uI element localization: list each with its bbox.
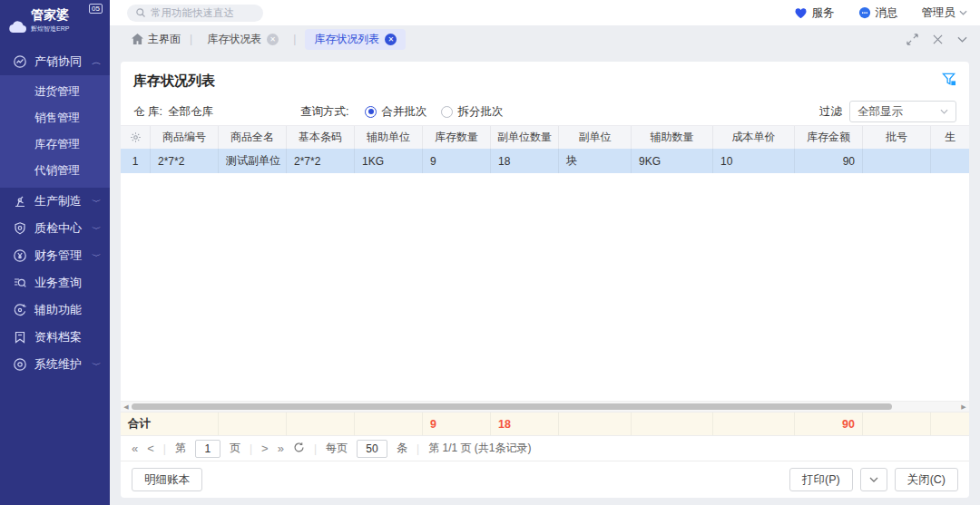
warehouse-label: 仓 库:	[133, 104, 162, 120]
chevron-down-icon	[869, 477, 878, 482]
tab-close-icon[interactable]: ✕	[385, 34, 397, 45]
column-header[interactable]: 辅助单位	[355, 126, 423, 149]
radio-selected-icon	[365, 106, 377, 118]
close-icon[interactable]	[933, 34, 943, 44]
sidebar-item-inventory[interactable]: 库存管理	[0, 131, 110, 158]
column-settings-gear-icon[interactable]	[121, 126, 151, 149]
total-cell	[219, 413, 287, 435]
total-cell	[931, 413, 969, 435]
scroll-left-arrow-icon[interactable]: ◀	[121, 402, 132, 413]
detail-ledger-button[interactable]: 明细账本	[132, 468, 202, 491]
sidebar-item-purchase[interactable]: 进货管理	[0, 79, 110, 105]
sidebar-item-system[interactable]: 系统维护 ﹀	[0, 351, 110, 378]
sidebar-item-label: 系统维护	[34, 356, 85, 373]
archive-icon	[13, 330, 27, 345]
per-page-suffix: 条	[397, 441, 407, 456]
column-header[interactable]: 成本单价	[713, 126, 795, 149]
search-input[interactable]	[151, 7, 250, 18]
sidebar-item-collab[interactable]: 产销协同 ︿	[0, 48, 110, 75]
per-page-input[interactable]	[357, 440, 387, 458]
sidebar-item-label: 业务查询	[34, 275, 101, 291]
messages-link[interactable]: 消息	[858, 5, 898, 21]
page-number-input[interactable]	[195, 440, 220, 458]
page-prefix: 第	[175, 441, 186, 456]
refresh-icon[interactable]	[293, 442, 305, 456]
tab-stock-list[interactable]: 库存状况列表 ✕	[305, 29, 406, 50]
service-link[interactable]: 服务	[794, 5, 835, 21]
tab-stock-report[interactable]: 库存状况表 ✕	[201, 29, 284, 50]
last-page-button[interactable]: »	[278, 442, 284, 455]
table-row[interactable]: 1 2*7*2 测试副单位 2*7*2 1KG 9 18 块 9KG 10 90	[121, 149, 969, 173]
total-cell	[287, 413, 355, 435]
table-header: 商品编号 商品全名 基本条码 辅助单位 库存数量 副单位数量 副单位 辅助数量 …	[121, 125, 969, 149]
column-header[interactable]: 基本条码	[287, 126, 355, 149]
tab-divider: |	[190, 33, 192, 45]
filter-funnel-icon[interactable]	[942, 73, 956, 89]
system-icon	[13, 357, 27, 372]
assist-icon	[13, 303, 27, 317]
column-header[interactable]: 库存数量	[423, 126, 491, 149]
column-header[interactable]: 辅助数量	[632, 126, 713, 149]
cell-stock-qty: 9	[423, 149, 491, 173]
radio-split-label: 拆分批次	[457, 104, 503, 120]
user-menu[interactable]: 管理员	[922, 5, 968, 21]
print-button[interactable]: 打印(P)	[789, 468, 853, 491]
next-page-button[interactable]: >	[261, 442, 269, 455]
total-subunit-qty: 18	[491, 413, 559, 435]
cell-batch-no	[863, 149, 931, 173]
tab-close-icon[interactable]: ✕	[267, 34, 279, 45]
sidebar-item-manufacture[interactable]: 生产制造 ﹀	[0, 188, 110, 215]
brand-logo: 管家婆 辉煌智造ERP 05	[0, 0, 110, 39]
close-button[interactable]: 关闭(C)	[895, 468, 958, 491]
chevron-up-icon: ︿	[92, 56, 102, 67]
radio-split-batch[interactable]: 拆分批次	[441, 104, 503, 120]
chevron-down-icon[interactable]	[957, 36, 967, 43]
cell-subunit: 块	[559, 149, 632, 173]
sidebar-item-finance[interactable]: 财务管理 ﹀	[0, 242, 110, 269]
filter-select[interactable]: 全部显示	[849, 101, 956, 122]
stock-list-panel: 库存状况列表 仓 库: 全部仓库 查询方式: 合并批次	[121, 62, 969, 498]
sidebar-item-archive[interactable]: 资料档案	[0, 324, 110, 351]
heart-icon	[794, 7, 808, 19]
column-header[interactable]: 商品全名	[219, 126, 287, 149]
sidebar-item-quality[interactable]: 质检中心 ﹀	[0, 215, 110, 242]
prev-page-button[interactable]: <	[147, 442, 154, 455]
column-header[interactable]: 副单位	[559, 126, 632, 149]
content-area: 库存状况列表 仓 库: 全部仓库 查询方式: 合并批次	[110, 53, 980, 505]
sidebar-item-label: 生产制造	[34, 193, 85, 209]
quick-search[interactable]	[127, 5, 263, 22]
per-page-label: 每页	[326, 441, 348, 456]
finance-icon	[13, 248, 27, 263]
sidebar-item-business-query[interactable]: 业务查询	[0, 269, 110, 296]
quality-icon	[13, 221, 27, 236]
brand-name: 管家婆	[31, 7, 69, 22]
query-icon	[13, 276, 27, 290]
sidebar-item-assist[interactable]: 辅助功能	[0, 296, 110, 324]
maximize-icon[interactable]	[906, 34, 918, 45]
home-icon	[132, 34, 143, 44]
filter-select-value: 全部显示	[858, 104, 940, 120]
user-name: 管理员	[922, 5, 956, 21]
column-header[interactable]: 批号	[863, 126, 931, 149]
print-dropdown-button[interactable]	[860, 468, 887, 491]
table-empty-area	[121, 173, 969, 401]
column-header[interactable]: 库存金额	[795, 126, 863, 149]
first-page-button[interactable]: «	[132, 442, 138, 455]
sidebar-item-sales[interactable]: 销售管理	[0, 105, 110, 131]
total-cell	[355, 413, 423, 435]
tab-label: 库存状况列表	[314, 32, 379, 47]
radio-merge-batch[interactable]: 合并批次	[365, 104, 426, 120]
collab-icon	[13, 54, 27, 69]
column-header[interactable]: 副单位数量	[491, 126, 559, 149]
column-header[interactable]: 生	[931, 126, 969, 149]
column-header[interactable]: 商品编号	[151, 126, 219, 149]
scroll-right-arrow-icon[interactable]: ▶	[958, 402, 969, 413]
totals-row: 合计 9 18 90	[121, 412, 969, 436]
cell-cost-price: 10	[713, 149, 795, 173]
sidebar-item-consign[interactable]: 代销管理	[0, 158, 110, 184]
total-cell	[559, 413, 632, 435]
scrollbar-thumb[interactable]	[132, 403, 892, 410]
tab-home[interactable]: 主界面	[132, 32, 181, 47]
warehouse-value[interactable]: 全部仓库	[168, 104, 213, 120]
cell-barcode: 2*7*2	[287, 149, 355, 173]
